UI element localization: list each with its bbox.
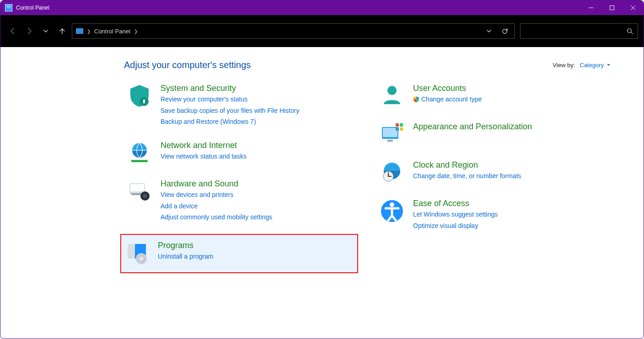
category-network-internet: Network and InternetView network status … xyxy=(124,138,358,168)
navbar: ❯ Control Panel ❯ xyxy=(0,15,644,47)
close-button[interactable] xyxy=(623,0,644,15)
maximize-button[interactable] xyxy=(601,0,623,15)
address-icon xyxy=(76,28,83,34)
category-link[interactable]: Review your computer's status xyxy=(161,94,355,105)
category-body: Clock and RegionChange date, time, or nu… xyxy=(413,160,608,185)
forward-button[interactable] xyxy=(22,24,36,38)
category-hardware-sound: Hardware and SoundView devices and print… xyxy=(124,177,358,225)
chevron-right-icon[interactable]: ❯ xyxy=(87,29,91,34)
view-by-label: View by: xyxy=(553,62,575,69)
network-internet-icon[interactable] xyxy=(127,140,152,166)
appearance-icon[interactable] xyxy=(379,122,405,147)
programs-icon[interactable] xyxy=(124,240,150,266)
view-by-value: Category xyxy=(580,62,604,69)
address-dropdown-button[interactable] xyxy=(483,24,495,38)
minimize-button[interactable] xyxy=(580,0,601,15)
category-body: User AccountsChange account type xyxy=(413,83,608,109)
history-dropdown-button[interactable] xyxy=(39,24,53,38)
category-title[interactable]: System and Security xyxy=(161,83,355,94)
category-link[interactable]: Add a device xyxy=(161,201,355,212)
control-panel-icon xyxy=(5,4,12,11)
category-link[interactable]: Adjust commonly used mobility settings xyxy=(161,212,355,223)
category-title[interactable]: Programs xyxy=(158,240,354,251)
category-appearance: Appearance and Personalization xyxy=(376,120,611,149)
category-body: Hardware and SoundView devices and print… xyxy=(161,179,355,223)
up-button[interactable] xyxy=(55,24,69,38)
category-link[interactable]: View network status and tasks xyxy=(161,151,355,162)
category-body: Ease of AccessLet Windows suggest settin… xyxy=(413,198,608,231)
category-link[interactable]: Uninstall a program xyxy=(158,251,354,262)
category-body: Appearance and Personalization xyxy=(413,122,608,147)
category-body: System and SecurityReview your computer'… xyxy=(161,83,355,127)
system-security-icon[interactable] xyxy=(127,83,152,109)
window-title: Control Panel xyxy=(16,5,49,11)
clock-region-icon[interactable] xyxy=(379,160,405,185)
ease-of-access-icon[interactable] xyxy=(379,198,405,224)
category-clock-region: Clock and RegionChange date, time, or nu… xyxy=(376,158,611,187)
address-bar[interactable]: ❯ Control Panel ❯ xyxy=(72,23,515,39)
category-title[interactable]: Clock and Region xyxy=(413,160,608,170)
category-title[interactable]: Appearance and Personalization xyxy=(413,122,608,132)
category-title[interactable]: Network and Internet xyxy=(161,140,355,151)
refresh-button[interactable] xyxy=(499,24,510,38)
search-box[interactable] xyxy=(520,23,638,39)
category-link[interactable]: Change account type xyxy=(413,94,608,105)
category-link[interactable]: View devices and printers xyxy=(161,189,355,201)
view-by-dropdown[interactable]: Category xyxy=(580,62,611,69)
svg-point-1 xyxy=(628,29,632,33)
category-link[interactable]: Backup and Restore (Windows 7) xyxy=(161,116,355,127)
category-link[interactable]: Optimize visual display xyxy=(413,220,608,232)
category-user-accounts: User AccountsChange account type xyxy=(376,81,611,111)
breadcrumb-root[interactable]: Control Panel xyxy=(94,28,130,35)
category-link[interactable]: Change date, time, or number formats xyxy=(413,170,608,182)
search-icon[interactable] xyxy=(627,28,633,34)
category-body: ProgramsUninstall a program xyxy=(158,240,354,266)
hardware-sound-icon[interactable] xyxy=(127,179,152,204)
category-title[interactable]: User Accounts xyxy=(413,83,608,94)
svg-rect-0 xyxy=(610,6,614,10)
category-ease-of-access: Ease of AccessLet Windows suggest settin… xyxy=(376,196,611,233)
uac-shield-icon xyxy=(413,96,419,102)
titlebar: Control Panel xyxy=(0,0,644,15)
category-system-security: System and SecurityReview your computer'… xyxy=(124,81,358,129)
category-body: Network and InternetView network status … xyxy=(161,140,355,166)
search-input[interactable] xyxy=(525,28,627,35)
user-accounts-icon[interactable] xyxy=(379,83,405,109)
category-title[interactable]: Ease of Access xyxy=(413,198,608,209)
page-heading: Adjust your computer's settings xyxy=(124,60,553,70)
category-programs: ProgramsUninstall a program xyxy=(120,234,358,273)
view-by: View by: Category xyxy=(553,62,611,69)
back-button[interactable] xyxy=(6,24,20,38)
chevron-right-icon[interactable]: ❯ xyxy=(134,29,138,34)
content-area: Adjust your computer's settings View by:… xyxy=(0,47,644,282)
category-link[interactable]: Let Windows suggest settings xyxy=(413,209,608,220)
category-title[interactable]: Hardware and Sound xyxy=(161,179,355,189)
category-link[interactable]: Save backup copies of your files with Fi… xyxy=(161,105,355,117)
